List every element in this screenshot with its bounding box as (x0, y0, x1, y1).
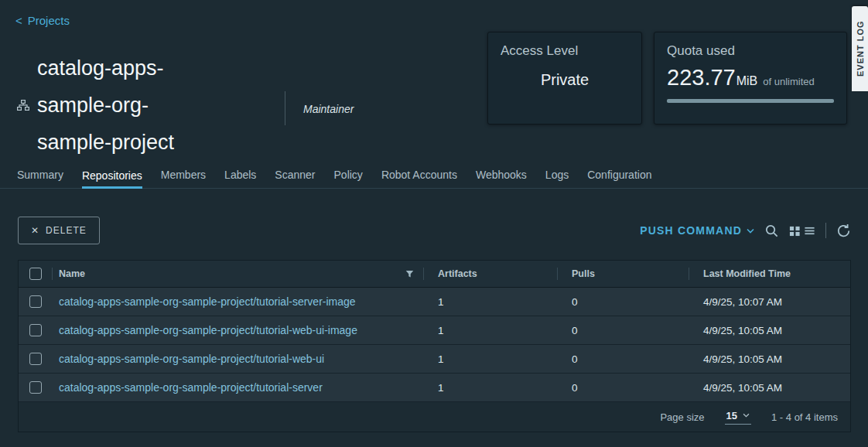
artifacts-value: 1 (424, 316, 558, 344)
search-icon[interactable] (764, 224, 779, 238)
tab-repositories[interactable]: Repositories (82, 169, 142, 189)
tab-members[interactable]: Members (161, 169, 206, 188)
column-header-modified[interactable]: Last Modified Time (689, 261, 850, 287)
push-command-label: PUSH COMMAND (640, 224, 742, 237)
table-row[interactable]: catalog-apps-sample-org-sample-project/t… (19, 374, 850, 402)
refresh-icon[interactable] (836, 224, 851, 238)
table-header-row: Name Artifacts Pulls Last Modified Time (19, 261, 850, 288)
repositories-table: Name Artifacts Pulls Last Modified Time … (18, 260, 851, 432)
quota-progress-bar (667, 99, 834, 103)
quota-line: 223.77 MiB of unlimited (667, 65, 834, 90)
pulls-value: 0 (558, 345, 689, 373)
pulls-value: 0 (558, 288, 689, 316)
column-header-name[interactable]: Name (59, 268, 85, 279)
view-switcher (789, 225, 815, 237)
role-divider (285, 91, 285, 125)
close-icon: ✕ (31, 225, 39, 236)
artifacts-value: 1 (424, 288, 558, 316)
repo-link[interactable]: catalog-apps-sample-org-sample-project/t… (59, 381, 323, 394)
quota-title: Quota used (667, 43, 834, 59)
tab-scanner[interactable]: Scanner (275, 169, 315, 188)
repo-link[interactable]: catalog-apps-sample-org-sample-project/t… (59, 295, 356, 308)
table-row[interactable]: catalog-apps-sample-org-sample-project/t… (19, 316, 850, 345)
row-checkbox[interactable] (29, 353, 42, 365)
project-tabs: Summary Repositories Members Labels Scan… (0, 165, 868, 189)
delete-button-label: DELETE (46, 225, 87, 236)
chevron-down-icon (747, 228, 754, 234)
member-role-label: Maintainer (303, 103, 354, 115)
column-header-pulls[interactable]: Pulls (558, 261, 689, 287)
breadcrumb-projects-link[interactable]: Projects (28, 14, 70, 27)
page-size-value: 15 (726, 410, 737, 421)
row-checkbox[interactable] (29, 381, 42, 394)
tab-configuration[interactable]: Configuration (587, 169, 651, 188)
repo-link[interactable]: catalog-apps-sample-org-sample-project/t… (59, 353, 324, 365)
grid-toolbar: PUSH COMMAND (640, 217, 851, 244)
delete-button[interactable]: ✕ DELETE (18, 217, 100, 244)
modified-value: 4/9/25, 10:05 AM (689, 316, 850, 344)
filter-icon[interactable] (405, 270, 414, 278)
pulls-value: 0 (558, 316, 689, 344)
breadcrumb[interactable]: < Projects (15, 14, 70, 27)
row-checkbox[interactable] (29, 295, 42, 308)
quota-limit-label: of unlimited (763, 76, 814, 87)
chevron-down-icon (743, 413, 750, 418)
list-view-icon[interactable] (804, 225, 815, 237)
table-row[interactable]: catalog-apps-sample-org-sample-project/t… (19, 345, 850, 374)
chevron-left-icon: < (15, 14, 22, 27)
event-log-tab[interactable]: EVENT LOG (852, 6, 868, 91)
quota-value: 223.77 (667, 65, 736, 90)
items-range-label: 1 - 4 of 4 items (771, 411, 838, 423)
tab-webhooks[interactable]: Webhooks (476, 169, 527, 188)
card-view-icon[interactable] (789, 225, 801, 237)
page-title: catalog-apps-sample-org-sample-project (37, 49, 211, 161)
tab-summary[interactable]: Summary (17, 169, 63, 188)
push-command-button[interactable]: PUSH COMMAND (640, 224, 754, 237)
access-level-value: Private (501, 71, 629, 89)
tab-labels[interactable]: Labels (224, 169, 256, 188)
modified-value: 4/9/25, 10:05 AM (689, 374, 850, 401)
pulls-value: 0 (558, 374, 689, 401)
toolbar-divider (825, 223, 826, 238)
tab-policy[interactable]: Policy (334, 169, 363, 188)
quota-card: Quota used 223.77 MiB of unlimited (654, 32, 847, 125)
project-detail-page: < Projects catalog-apps-sample-org-sampl… (0, 0, 868, 447)
quota-unit: MiB (736, 74, 758, 88)
repo-link[interactable]: catalog-apps-sample-org-sample-project/t… (59, 324, 357, 336)
access-level-card: Access Level Private (487, 32, 642, 125)
select-all-checkbox[interactable] (29, 268, 42, 280)
artifacts-value: 1 (424, 374, 558, 401)
tab-robot-accounts[interactable]: Robot Accounts (381, 169, 457, 188)
project-hierarchy-icon (17, 100, 29, 114)
column-header-artifacts[interactable]: Artifacts (424, 261, 558, 287)
modified-value: 4/9/25, 10:05 AM (689, 345, 850, 373)
page-size-select[interactable]: 15 (725, 410, 751, 425)
table-row[interactable]: catalog-apps-sample-org-sample-project/t… (19, 288, 850, 316)
page-size-label: Page size (660, 411, 704, 423)
access-level-title: Access Level (501, 43, 629, 59)
table-footer: Page size 15 1 - 4 of 4 items (19, 402, 850, 432)
artifacts-value: 1 (424, 345, 558, 373)
row-checkbox[interactable] (29, 324, 42, 336)
event-log-label: EVENT LOG (856, 21, 865, 77)
tab-logs[interactable]: Logs (545, 169, 569, 188)
modified-value: 4/9/25, 10:07 AM (689, 288, 850, 316)
